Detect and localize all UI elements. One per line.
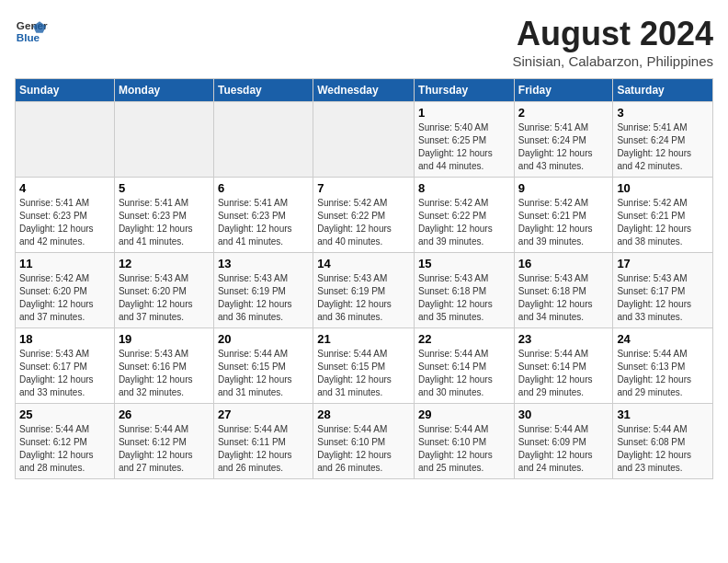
- calendar-table: SundayMondayTuesdayWednesdayThursdayFrid…: [15, 78, 713, 479]
- calendar-cell: 7Sunrise: 5:42 AM Sunset: 6:22 PM Daylig…: [313, 178, 415, 253]
- calendar-cell: 16Sunrise: 5:43 AM Sunset: 6:18 PM Dayli…: [514, 253, 613, 328]
- calendar-cell: 3Sunrise: 5:41 AM Sunset: 6:24 PM Daylig…: [613, 102, 713, 178]
- calendar-cell: 5Sunrise: 5:41 AM Sunset: 6:23 PM Daylig…: [114, 178, 213, 253]
- day-number: 10: [617, 181, 709, 195]
- day-number: 4: [19, 181, 110, 195]
- calendar-day-header: Saturday: [613, 79, 713, 102]
- page-header: General Blue August 2024 Sinisian, Calab…: [15, 15, 713, 69]
- day-number: 8: [418, 181, 510, 195]
- calendar-cell: 21Sunrise: 5:44 AM Sunset: 6:15 PM Dayli…: [313, 328, 415, 404]
- day-info: Sunrise: 5:42 AM Sunset: 6:21 PM Dayligh…: [617, 197, 709, 248]
- day-info: Sunrise: 5:44 AM Sunset: 6:08 PM Dayligh…: [617, 423, 709, 475]
- calendar-cell: 4Sunrise: 5:41 AM Sunset: 6:23 PM Daylig…: [16, 178, 115, 253]
- day-info: Sunrise: 5:43 AM Sunset: 6:19 PM Dayligh…: [218, 272, 309, 324]
- calendar-day-header: Friday: [514, 79, 613, 102]
- day-info: Sunrise: 5:43 AM Sunset: 6:17 PM Dayligh…: [19, 348, 110, 399]
- calendar-cell: 12Sunrise: 5:43 AM Sunset: 6:20 PM Dayli…: [114, 253, 213, 328]
- calendar-cell: 8Sunrise: 5:42 AM Sunset: 6:22 PM Daylig…: [415, 178, 515, 253]
- day-info: Sunrise: 5:44 AM Sunset: 6:10 PM Dayligh…: [418, 423, 510, 475]
- day-number: 9: [518, 181, 609, 195]
- calendar-day-header: Wednesday: [313, 79, 415, 102]
- day-number: 16: [518, 257, 609, 270]
- day-info: Sunrise: 5:44 AM Sunset: 6:13 PM Dayligh…: [617, 348, 709, 399]
- day-number: 27: [218, 408, 309, 421]
- day-number: 20: [218, 332, 309, 346]
- day-info: Sunrise: 5:44 AM Sunset: 6:11 PM Dayligh…: [218, 423, 309, 475]
- day-number: 13: [218, 257, 309, 270]
- calendar-day-header: Thursday: [415, 79, 515, 102]
- main-title: August 2024: [513, 15, 713, 53]
- day-number: 21: [317, 332, 410, 346]
- calendar-week-row: 11Sunrise: 5:42 AM Sunset: 6:20 PM Dayli…: [16, 253, 713, 328]
- calendar-body: 1Sunrise: 5:40 AM Sunset: 6:25 PM Daylig…: [16, 102, 713, 479]
- day-info: Sunrise: 5:44 AM Sunset: 6:10 PM Dayligh…: [317, 423, 410, 475]
- day-number: 6: [218, 181, 309, 195]
- day-info: Sunrise: 5:43 AM Sunset: 6:18 PM Dayligh…: [418, 272, 510, 324]
- day-number: 25: [19, 408, 110, 421]
- calendar-day-header: Sunday: [16, 79, 115, 102]
- day-info: Sunrise: 5:44 AM Sunset: 6:12 PM Dayligh…: [19, 423, 110, 475]
- day-number: 5: [119, 181, 210, 195]
- calendar-cell: [16, 102, 115, 178]
- calendar-cell: 9Sunrise: 5:42 AM Sunset: 6:21 PM Daylig…: [514, 178, 613, 253]
- day-info: Sunrise: 5:44 AM Sunset: 6:14 PM Dayligh…: [518, 348, 609, 399]
- day-number: 2: [518, 106, 609, 120]
- day-info: Sunrise: 5:43 AM Sunset: 6:20 PM Dayligh…: [119, 272, 210, 324]
- calendar-cell: 27Sunrise: 5:44 AM Sunset: 6:11 PM Dayli…: [213, 404, 313, 479]
- day-number: 12: [119, 257, 210, 270]
- day-info: Sunrise: 5:43 AM Sunset: 6:18 PM Dayligh…: [518, 272, 609, 324]
- day-number: 17: [617, 257, 709, 270]
- day-info: Sunrise: 5:42 AM Sunset: 6:22 PM Dayligh…: [317, 197, 410, 248]
- calendar-cell: 6Sunrise: 5:41 AM Sunset: 6:23 PM Daylig…: [213, 178, 313, 253]
- day-info: Sunrise: 5:41 AM Sunset: 6:23 PM Dayligh…: [119, 197, 210, 248]
- calendar-cell: 2Sunrise: 5:41 AM Sunset: 6:24 PM Daylig…: [514, 102, 613, 178]
- calendar-week-row: 4Sunrise: 5:41 AM Sunset: 6:23 PM Daylig…: [16, 178, 713, 253]
- day-number: 23: [518, 332, 609, 346]
- day-info: Sunrise: 5:43 AM Sunset: 6:16 PM Dayligh…: [119, 348, 210, 399]
- calendar-cell: 1Sunrise: 5:40 AM Sunset: 6:25 PM Daylig…: [415, 102, 515, 178]
- calendar-week-row: 25Sunrise: 5:44 AM Sunset: 6:12 PM Dayli…: [16, 404, 713, 479]
- calendar-header-row: SundayMondayTuesdayWednesdayThursdayFrid…: [16, 79, 713, 102]
- day-info: Sunrise: 5:43 AM Sunset: 6:17 PM Dayligh…: [617, 272, 709, 324]
- day-number: 14: [317, 257, 410, 270]
- calendar-cell: 10Sunrise: 5:42 AM Sunset: 6:21 PM Dayli…: [613, 178, 713, 253]
- day-info: Sunrise: 5:41 AM Sunset: 6:24 PM Dayligh…: [617, 121, 709, 173]
- day-number: 1: [418, 106, 510, 120]
- calendar-cell: 11Sunrise: 5:42 AM Sunset: 6:20 PM Dayli…: [16, 253, 115, 328]
- day-number: 29: [418, 408, 510, 421]
- calendar-cell: 13Sunrise: 5:43 AM Sunset: 6:19 PM Dayli…: [213, 253, 313, 328]
- calendar-cell: 15Sunrise: 5:43 AM Sunset: 6:18 PM Dayli…: [415, 253, 515, 328]
- day-info: Sunrise: 5:40 AM Sunset: 6:25 PM Dayligh…: [418, 121, 510, 173]
- calendar-cell: 22Sunrise: 5:44 AM Sunset: 6:14 PM Dayli…: [415, 328, 515, 404]
- day-number: 24: [617, 332, 709, 346]
- day-info: Sunrise: 5:44 AM Sunset: 6:15 PM Dayligh…: [317, 348, 410, 399]
- day-info: Sunrise: 5:42 AM Sunset: 6:21 PM Dayligh…: [518, 197, 609, 248]
- calendar-cell: 31Sunrise: 5:44 AM Sunset: 6:08 PM Dayli…: [613, 404, 713, 479]
- day-info: Sunrise: 5:41 AM Sunset: 6:23 PM Dayligh…: [218, 197, 309, 248]
- calendar-day-header: Monday: [114, 79, 213, 102]
- calendar-cell: 18Sunrise: 5:43 AM Sunset: 6:17 PM Dayli…: [16, 328, 115, 404]
- calendar-cell: [313, 102, 415, 178]
- day-number: 19: [119, 332, 210, 346]
- calendar-cell: 30Sunrise: 5:44 AM Sunset: 6:09 PM Dayli…: [514, 404, 613, 479]
- day-info: Sunrise: 5:43 AM Sunset: 6:19 PM Dayligh…: [317, 272, 410, 324]
- day-number: 18: [19, 332, 110, 346]
- calendar-cell: 25Sunrise: 5:44 AM Sunset: 6:12 PM Dayli…: [16, 404, 115, 479]
- day-info: Sunrise: 5:44 AM Sunset: 6:12 PM Dayligh…: [119, 423, 210, 475]
- logo: General Blue: [15, 15, 48, 48]
- day-number: 30: [518, 408, 609, 421]
- calendar-cell: 29Sunrise: 5:44 AM Sunset: 6:10 PM Dayli…: [415, 404, 515, 479]
- day-number: 26: [119, 408, 210, 421]
- day-info: Sunrise: 5:41 AM Sunset: 6:23 PM Dayligh…: [19, 197, 110, 248]
- day-info: Sunrise: 5:44 AM Sunset: 6:15 PM Dayligh…: [218, 348, 309, 399]
- day-number: 31: [617, 408, 709, 421]
- calendar-cell: 17Sunrise: 5:43 AM Sunset: 6:17 PM Dayli…: [613, 253, 713, 328]
- calendar-day-header: Tuesday: [213, 79, 313, 102]
- day-info: Sunrise: 5:44 AM Sunset: 6:14 PM Dayligh…: [418, 348, 510, 399]
- title-area: August 2024 Sinisian, Calabarzon, Philip…: [513, 15, 713, 69]
- day-info: Sunrise: 5:42 AM Sunset: 6:22 PM Dayligh…: [418, 197, 510, 248]
- calendar-cell: 20Sunrise: 5:44 AM Sunset: 6:15 PM Dayli…: [213, 328, 313, 404]
- subtitle: Sinisian, Calabarzon, Philippines: [513, 53, 713, 69]
- day-number: 22: [418, 332, 510, 346]
- calendar-week-row: 1Sunrise: 5:40 AM Sunset: 6:25 PM Daylig…: [16, 102, 713, 178]
